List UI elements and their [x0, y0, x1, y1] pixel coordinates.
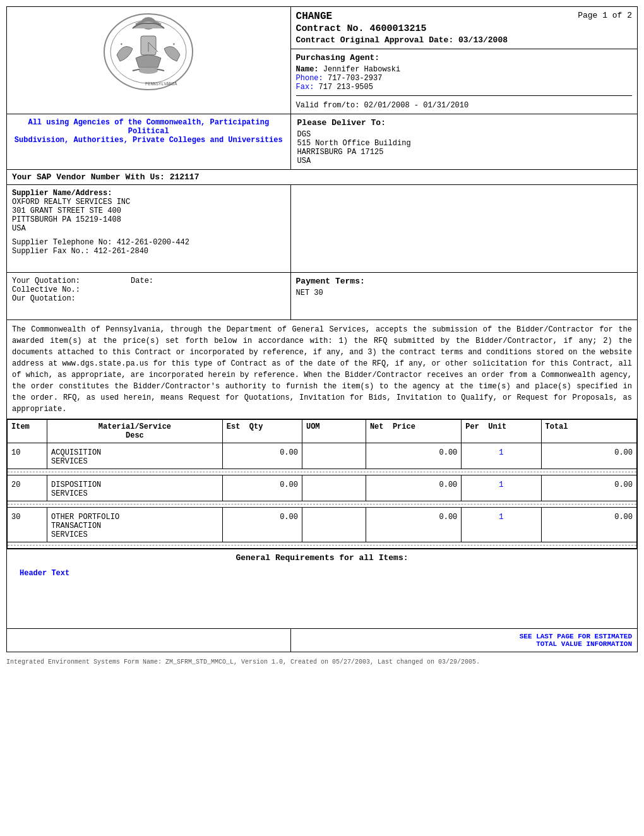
see-last-line1: SEE LAST PAGE FOR ESTIMATED — [296, 633, 632, 640]
footer-text: Integrated Environment Systems Form Name… — [6, 656, 638, 668]
col-qty-header: Est Qty — [222, 420, 302, 443]
est-qty: 0.00 — [222, 443, 302, 469]
our-quotation: Our Quotation: — [12, 294, 285, 303]
general-req-label: General Requirements for all Items: — [7, 549, 637, 566]
valid-from: Valid from/to: 02/01/2008 - 01/31/2010 — [296, 101, 632, 110]
purchasing-agent-label: Purchasing Agent: — [296, 53, 632, 63]
item-number: 20 — [8, 475, 47, 501]
table-row: 30OTHER PORTFOLIOTRANSACTIONSERVICES0.00… — [8, 508, 637, 542]
deliver-line3: HARRISBURG PA 17125 — [297, 148, 631, 157]
fax-label: Fax: — [296, 83, 314, 92]
net-price: 0.00 — [366, 443, 461, 469]
payment-terms-cell: Payment Terms: NET 30 — [290, 273, 637, 320]
agencies-cell: All using Agencies of the Commonwealth, … — [7, 114, 291, 170]
agent-name-row: Name: Jennifer Habowski — [296, 65, 632, 74]
approval-date: Contract Original Approval Date: 03/13/2… — [296, 35, 632, 45]
total: 0.00 — [541, 443, 636, 469]
item-number: 10 — [8, 443, 47, 469]
per-unit: 1 — [462, 475, 541, 501]
agent-phone-row: Phone: 717-703-2937 — [296, 74, 632, 83]
name-label: Name: — [296, 65, 319, 74]
date-label: Date: — [131, 277, 153, 285]
phone-label: Phone: — [296, 74, 323, 83]
material-desc: DISPOSITIONSERVICES — [47, 475, 223, 501]
payment-value: NET 30 — [296, 289, 632, 297]
header-text-link: Header Text — [20, 569, 69, 578]
contract-number: Contract No. 4600013215 — [296, 23, 632, 34]
item-divider — [8, 469, 637, 475]
col-qty-label: Est Qty — [227, 422, 263, 431]
change-label: CHANGE — [296, 11, 333, 22]
agent-fax-row: Fax: 717 213-9505 — [296, 83, 632, 92]
per-unit: 1 — [462, 443, 541, 469]
quotation-cell: Your Quotation: Date: Collective No.: Ou… — [7, 273, 291, 320]
payment-terms-label: Payment Terms: — [296, 277, 632, 286]
svg-text:✦: ✦ — [120, 41, 123, 47]
uom — [302, 508, 366, 542]
see-last-line2: TOTAL VALUE INFORMATION — [296, 640, 632, 648]
agent-name: Jennifer Habowski — [323, 65, 400, 74]
col-unit-header: Per Unit — [462, 420, 541, 443]
deliver-to-label: Please Deliver To: — [297, 118, 631, 128]
supplier-cell: Supplier Name/Address: OXFORD REALTY SER… — [7, 185, 291, 273]
supplier-phone: Supplier Telephone No: 412-261-0200-442 — [12, 238, 285, 247]
uom — [302, 475, 366, 501]
col-uom-header: UOM — [302, 420, 366, 443]
total: 0.00 — [541, 508, 636, 542]
table-row: 10ACQUISITIONSERVICES0.000.0010.00 — [8, 443, 637, 469]
svg-text:✦: ✦ — [172, 41, 176, 47]
deliver-line4: USA — [297, 157, 631, 165]
supplier-header: Supplier Name/Address: — [12, 189, 285, 198]
col-mat-header: Material/ServiceDesc — [47, 420, 223, 443]
svg-text:PENNSYLVANIA: PENNSYLVANIA — [145, 81, 177, 87]
supplier-address1: 301 GRANT STREET STE 400 — [12, 206, 285, 215]
header-text-cell: Header Text — [7, 566, 637, 590]
purchasing-agent-cell: Purchasing Agent: Name: Jennifer Habowsk… — [290, 49, 637, 114]
supplier-name: OXFORD REALTY SERVICES INC — [12, 198, 285, 206]
supplier-fax: Supplier Fax No.: 412-261-2840 — [12, 247, 285, 256]
items-table-cell: Item Material/ServiceDesc Est Qty UOM Ne… — [7, 419, 638, 549]
agencies-line2: Subdivision, Authorities, Private Colleg… — [13, 136, 284, 145]
body-text: The Commonwealth of Pennsylvania, throug… — [12, 325, 632, 414]
agent-fax: 717 213-9505 — [319, 83, 373, 92]
see-last-cell: SEE LAST PAGE FOR ESTIMATED TOTAL VALUE … — [290, 629, 637, 652]
payment-cell — [290, 185, 637, 273]
agent-phone: 717-703-2937 — [328, 74, 382, 83]
logo-cell: ✦ ✦ PENNSYLVANIA — [7, 7, 291, 114]
est-qty: 0.00 — [222, 475, 302, 501]
net-price: 0.00 — [366, 508, 461, 542]
material-desc: ACQUISITIONSERVICES — [47, 443, 223, 469]
supplier-country: USA — [12, 224, 285, 233]
uom — [302, 443, 366, 469]
col-total-header: Total — [541, 420, 636, 443]
est-qty: 0.00 — [222, 508, 302, 542]
deliver-line2: 515 North Office Building — [297, 139, 631, 148]
item-divider — [8, 542, 637, 549]
material-desc: OTHER PORTFOLIOTRANSACTIONSERVICES — [47, 508, 223, 542]
sap-vendor-label: Your SAP Vendor Number With Us: 212117 — [12, 172, 199, 182]
deliver-to-cell: Please Deliver To: DGS 515 North Office … — [290, 114, 637, 170]
col-price-header: Net Price — [366, 420, 461, 443]
general-req-cell: General Requirements for all Items: Head… — [7, 549, 638, 629]
col-mat-label: Material/ServiceDesc — [98, 422, 171, 440]
table-row: 20DISPOSITIONSERVICES0.000.0010.00 — [8, 475, 637, 501]
col-item-header: Item — [8, 420, 47, 443]
items-header: Item Material/ServiceDesc Est Qty UOM Ne… — [8, 420, 637, 443]
state-seal-icon: ✦ ✦ PENNSYLVANIA — [98, 11, 199, 93]
item-number: 30 — [8, 508, 47, 542]
col-price-label: Net Price — [370, 422, 415, 431]
sap-vendor-row: Your SAP Vendor Number With Us: 212117 — [7, 170, 638, 185]
col-unit-label: Per Unit — [465, 422, 506, 431]
item-divider — [8, 501, 637, 508]
change-header-cell: CHANGE Page 1 of 2 Contract No. 46000132… — [290, 7, 637, 49]
body-text-cell: The Commonwealth of Pennsylvania, throug… — [7, 320, 638, 419]
page-info: Page 1 of 2 — [578, 11, 632, 20]
svg-point-4 — [139, 68, 158, 74]
supplier-address2: PITTSBURGH PA 15219-1408 — [12, 215, 285, 224]
per-unit: 1 — [462, 508, 541, 542]
empty-left-cell — [7, 629, 291, 652]
total: 0.00 — [541, 475, 636, 501]
collective-no: Collective No.: — [12, 285, 285, 294]
agencies-line1: All using Agencies of the Commonwealth, … — [13, 118, 284, 136]
your-quotation: Your Quotation: — [12, 277, 80, 285]
